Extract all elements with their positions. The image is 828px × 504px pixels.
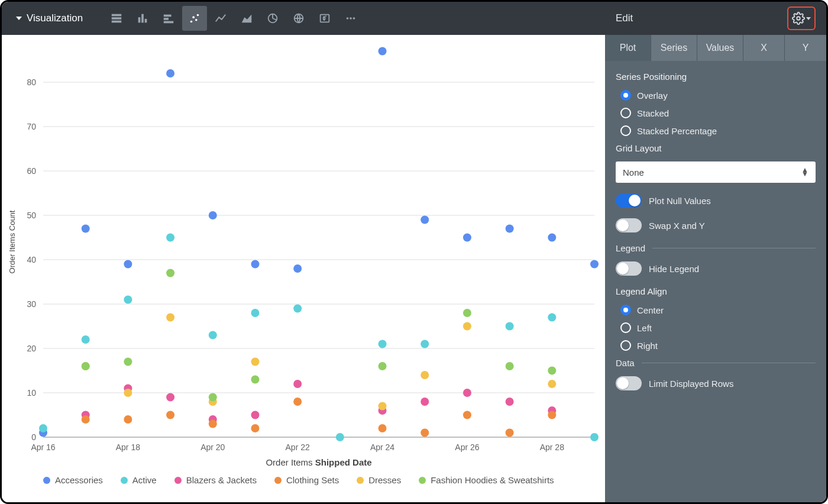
data-point[interactable] [506, 322, 514, 331]
settings-menu-button[interactable] [787, 7, 816, 30]
data-point[interactable] [251, 424, 259, 432]
legend-item[interactable]: Clothing Sets [274, 475, 339, 485]
chart-type-map[interactable] [286, 6, 311, 31]
legend-dot-icon [43, 477, 50, 484]
data-point[interactable] [251, 411, 259, 419]
data-point[interactable] [82, 415, 90, 424]
chart-type-line[interactable] [208, 6, 233, 31]
chart-type-scatter[interactable] [182, 6, 207, 31]
chart-type-bar[interactable] [130, 6, 155, 31]
data-point[interactable] [506, 429, 514, 437]
data-point[interactable] [209, 211, 217, 219]
tab-y[interactable]: Y [785, 35, 826, 61]
data-point[interactable] [293, 380, 302, 388]
data-point[interactable] [379, 362, 387, 370]
series-positioning-stacked-percentage[interactable]: Stacked Percentage [616, 125, 816, 136]
tab-plot[interactable]: Plot [605, 35, 651, 61]
tab-x[interactable]: X [743, 35, 785, 61]
data-point[interactable] [82, 225, 90, 233]
tab-series[interactable]: Series [651, 35, 697, 61]
data-point[interactable] [590, 433, 599, 441]
data-point[interactable] [379, 424, 387, 432]
data-point[interactable] [548, 367, 556, 375]
data-point[interactable] [506, 398, 514, 406]
legend-align-center[interactable]: Center [616, 305, 816, 315]
chart-type-horiz-bar[interactable] [156, 6, 181, 31]
data-point[interactable] [463, 309, 471, 317]
chart-type-single-value[interactable] [312, 6, 337, 31]
grid-layout-select[interactable]: None ▲▼ [616, 161, 816, 183]
data-point[interactable] [293, 305, 302, 313]
data-point[interactable] [379, 340, 387, 348]
data-point[interactable] [421, 398, 429, 406]
legend-align-right[interactable]: Right [616, 340, 816, 351]
data-point[interactable] [336, 433, 344, 441]
data-point[interactable] [506, 362, 514, 370]
series-positioning-overlay[interactable]: Overlay [616, 90, 816, 101]
svg-text:Order Items Shipped Date: Order Items Shipped Date [266, 457, 371, 467]
series-positioning-stacked[interactable]: Stacked [616, 108, 816, 118]
svg-point-16 [347, 17, 349, 20]
visualization-header[interactable]: Visualization [2, 12, 97, 24]
data-point[interactable] [124, 296, 132, 304]
panel-title: Edit [616, 12, 633, 24]
data-point[interactable] [124, 389, 132, 397]
legend-item[interactable]: Blazers & Jackets [174, 475, 257, 485]
data-point[interactable] [166, 234, 174, 242]
plot-null-values-toggle[interactable] [616, 193, 642, 208]
chart-type-pie[interactable] [260, 6, 285, 31]
data-point[interactable] [166, 314, 174, 322]
data-point[interactable] [463, 234, 471, 242]
data-point[interactable] [463, 389, 471, 397]
data-point[interactable] [548, 314, 556, 322]
data-point[interactable] [379, 402, 387, 411]
data-point[interactable] [421, 340, 429, 348]
legend-item[interactable]: Dresses [357, 475, 401, 485]
chart-type-table[interactable] [104, 6, 129, 31]
data-point[interactable] [293, 264, 302, 273]
legend-item[interactable]: Fashion Hoodies & Sweatshirts [419, 475, 554, 485]
data-point[interactable] [548, 380, 556, 388]
data-point[interactable] [124, 260, 132, 269]
data-point[interactable] [293, 398, 302, 406]
data-point[interactable] [548, 234, 556, 242]
data-point[interactable] [209, 331, 217, 340]
svg-text:20: 20 [27, 344, 36, 353]
data-point[interactable] [124, 358, 132, 366]
data-point[interactable] [82, 362, 90, 370]
data-point[interactable] [166, 411, 174, 419]
svg-point-18 [353, 17, 355, 20]
chart-type-more[interactable] [338, 6, 363, 31]
chart-area: 01020304050607080Apr 16Apr 18Apr 20Apr 2… [2, 35, 605, 502]
data-point[interactable] [209, 420, 217, 428]
chart-type-area[interactable] [234, 6, 259, 31]
data-point[interactable] [251, 376, 259, 384]
data-point[interactable] [421, 216, 429, 224]
data-point[interactable] [421, 371, 429, 379]
swap-xy-toggle[interactable] [616, 218, 642, 232]
data-point[interactable] [421, 429, 429, 437]
data-point[interactable] [166, 269, 174, 277]
legend-item[interactable]: Accessories [43, 475, 103, 485]
data-point[interactable] [251, 309, 259, 317]
data-point[interactable] [124, 415, 132, 424]
data-point[interactable] [251, 358, 259, 366]
data-point[interactable] [166, 69, 174, 77]
legend-align-left[interactable]: Left [616, 322, 816, 333]
legend-item[interactable]: Active [121, 475, 157, 485]
data-point[interactable] [590, 260, 599, 269]
data-point[interactable] [209, 393, 217, 402]
data-point[interactable] [251, 260, 259, 269]
data-point[interactable] [548, 411, 556, 419]
data-point[interactable] [39, 424, 47, 432]
data-point[interactable] [506, 225, 514, 233]
radio-icon [620, 305, 631, 315]
hide-legend-toggle[interactable] [616, 261, 642, 276]
data-point[interactable] [463, 411, 471, 419]
data-point[interactable] [82, 335, 90, 344]
limit-rows-toggle[interactable] [616, 376, 642, 390]
data-point[interactable] [166, 393, 174, 402]
tab-values[interactable]: Values [697, 35, 743, 61]
data-point[interactable] [463, 322, 471, 331]
data-point[interactable] [379, 47, 387, 56]
